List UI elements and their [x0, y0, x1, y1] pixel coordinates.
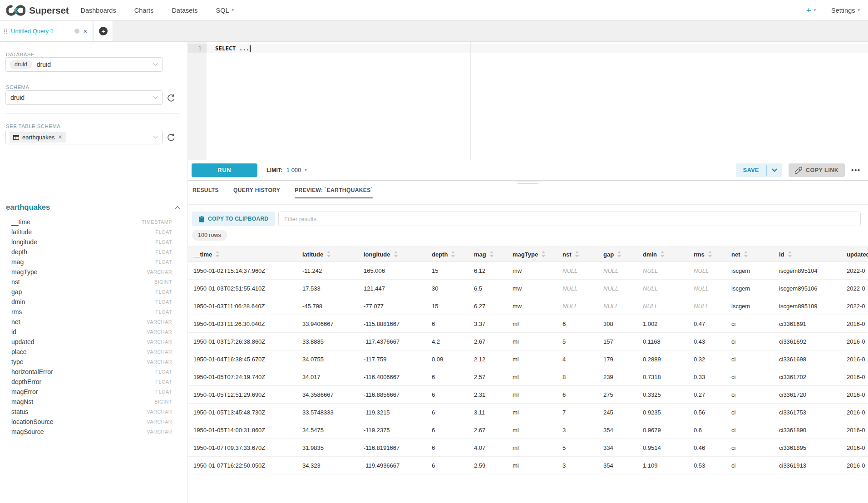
table-cell: 15	[426, 297, 469, 315]
schema-column-row: dmin FLOAT	[0, 297, 187, 307]
chevron-down-icon	[153, 63, 158, 66]
nav-item-sql[interactable]: SQL ▾	[216, 7, 234, 14]
tab-untitled-query[interactable]: Untitled Query 1 ×	[0, 21, 93, 41]
nav-item-charts[interactable]: Charts	[134, 7, 154, 14]
column-name: nst	[11, 278, 20, 286]
results-table-header: __time latitude longitude depth mag magT…	[188, 247, 868, 262]
table-header-cell[interactable]: mag	[469, 247, 507, 261]
column-name: gap	[11, 288, 22, 296]
plus-icon: +	[807, 6, 811, 15]
run-button[interactable]: RUN	[192, 163, 257, 177]
nav-item-datasets[interactable]: Datasets	[172, 7, 197, 14]
refresh-tables-icon[interactable]	[166, 133, 176, 143]
collapse-chevron-up-icon[interactable]	[175, 206, 180, 209]
refresh-schema-icon[interactable]	[166, 93, 176, 103]
table-row: 1950-01-05T12:51:29.690Z34.3586667-116.8…	[188, 386, 868, 404]
settings-dropdown[interactable]: Settings ▾	[831, 7, 860, 14]
table-cell: -117.4376667	[358, 333, 426, 350]
new-item-dropdown[interactable]: + ▾	[807, 6, 816, 15]
table-header-cell[interactable]: longitude	[358, 247, 426, 261]
limit-dropdown[interactable]: LIMIT: 1 000 ▾	[266, 167, 307, 173]
table-cell: 2016-0	[841, 404, 868, 421]
more-actions-button[interactable]: •••	[851, 167, 861, 174]
table-cell: NULL	[598, 262, 637, 279]
database-label: DATABASE	[6, 52, 35, 57]
table-icon	[13, 135, 19, 140]
table-cell: 1950-01-04T16:38:45.670Z	[188, 350, 297, 368]
results-tab[interactable]: RESULTS	[192, 187, 219, 198]
table-cell: 2016-0	[841, 333, 868, 350]
remove-table-icon[interactable]: ✕	[58, 134, 63, 140]
table-cell: NULL	[637, 262, 688, 279]
table-header-cell[interactable]: depth	[426, 247, 469, 261]
sql-code: SELECT ...	[215, 45, 249, 52]
copy-link-button[interactable]: COPY LINK	[789, 163, 845, 177]
sql-editor[interactable]: 1 SELECT ...	[188, 42, 868, 160]
table-cell: iscgem	[726, 262, 774, 279]
table-cell: 6.5	[469, 280, 507, 297]
table-cell: 31.9835	[297, 439, 358, 456]
sort-icon	[575, 251, 579, 257]
table-select[interactable]: earthquakes ✕	[5, 130, 163, 144]
table-header-cell[interactable]: id	[774, 247, 841, 261]
nav-item-dashboards[interactable]: Dashboards	[80, 7, 116, 14]
table-cell: 6	[426, 421, 469, 439]
navbar: Superset Dashboards Charts Datasets SQL …	[0, 0, 868, 21]
table-cell: 179	[598, 350, 637, 368]
table-cell: ci	[726, 333, 774, 350]
schema-column-row: place VARCHAR	[0, 347, 187, 357]
table-cell: -11.242	[297, 262, 358, 279]
copy-to-clipboard-button[interactable]: COPY TO CLIPBOARD	[192, 212, 275, 226]
add-tab-button[interactable]: +	[94, 21, 113, 41]
table-header-cell[interactable]: __time	[188, 247, 297, 261]
table-header-cell[interactable]: magType	[507, 247, 557, 261]
save-dropdown-button[interactable]	[767, 163, 782, 177]
table-header-cell[interactable]: updated	[841, 247, 868, 261]
database-value: druid	[37, 61, 51, 68]
table-row: 1950-01-07T09:37:33.670Z31.9835-116.8191…	[188, 439, 868, 457]
table-header-cell[interactable]: net	[726, 247, 774, 261]
table-cell: ci3361895	[774, 439, 841, 456]
table-cell: 121.447	[358, 280, 426, 297]
table-header-cell[interactable]: gap	[598, 247, 637, 261]
table-row: 1950-01-05T14:00:31.860Z34.5475-119.2375…	[188, 421, 868, 439]
column-type: FLOAT	[155, 309, 172, 315]
table-header-cell[interactable]: latitude	[297, 247, 358, 261]
results-tab[interactable]: PREVIEW: `EARTHQUAKES`	[295, 187, 373, 198]
copy-link-label: COPY LINK	[806, 167, 838, 173]
table-header-cell[interactable]: nst	[557, 247, 598, 261]
table-cell: 0.09	[426, 350, 469, 368]
column-name: magError	[11, 388, 38, 395]
schema-column-row: __time TIMESTAMP	[0, 217, 187, 227]
table-cell: 0.43	[688, 333, 726, 350]
results-pane: RESULTSQUERY HISTORYPREVIEW: `EARTHQUAKE…	[188, 180, 868, 503]
table-cell: ci3361913	[774, 457, 841, 474]
schema-column-row: depth FLOAT	[0, 247, 187, 257]
filter-results-input[interactable]	[278, 212, 861, 226]
superset-logo[interactable]: Superset	[6, 5, 69, 16]
sort-icon	[394, 251, 398, 257]
table-cell: 0.33	[688, 368, 726, 385]
save-button[interactable]: SAVE	[736, 163, 766, 177]
column-name: __time	[11, 218, 30, 226]
table-cell: 34.3586667	[297, 386, 358, 403]
table-header-cell[interactable]: rms	[688, 247, 726, 261]
table-cell: NULL	[688, 297, 726, 315]
close-tab-icon[interactable]: ×	[83, 28, 87, 35]
column-name: mag	[11, 258, 24, 266]
editor-active-line[interactable]: SELECT ...	[207, 44, 868, 53]
table-name-heading: earthquakes	[6, 203, 50, 212]
schema-select[interactable]: druid	[5, 90, 163, 105]
column-type: VARCHAR	[147, 349, 172, 355]
limit-value: 1 000	[286, 167, 301, 173]
table-cell: ml	[507, 457, 557, 474]
resize-grip[interactable]	[518, 182, 538, 185]
table-cell: 34.017	[297, 368, 358, 385]
schema-column-row: magNst BIGINT	[0, 397, 187, 407]
table-header-cell[interactable]: dmin	[637, 247, 688, 261]
database-select[interactable]: druid druid	[5, 57, 163, 72]
column-type: FLOAT	[155, 259, 172, 265]
results-tab[interactable]: QUERY HISTORY	[233, 187, 280, 198]
schema-column-row: magError FLOAT	[0, 387, 187, 397]
drag-handle-icon[interactable]	[4, 29, 7, 34]
